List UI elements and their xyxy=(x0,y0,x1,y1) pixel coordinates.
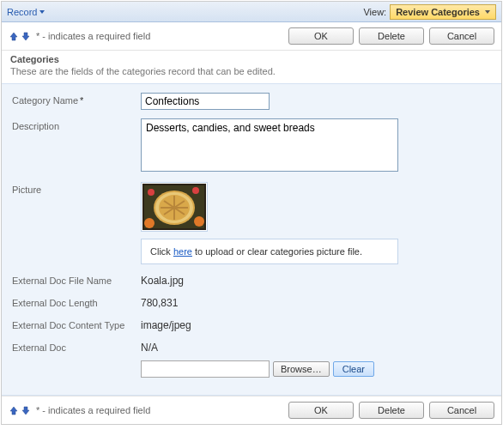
svg-point-8 xyxy=(148,189,155,196)
section-title: Categories xyxy=(10,54,493,64)
arrow-up-icon[interactable] xyxy=(9,31,19,41)
cancel-button[interactable]: Cancel xyxy=(429,27,494,45)
view-selector-value: Review Categories xyxy=(396,7,480,17)
ext-length-label: External Doc Length xyxy=(12,295,141,308)
svg-point-6 xyxy=(194,216,204,227)
record-menu-label: Record xyxy=(7,7,37,17)
action-bar-top: * - indicates a required field OK Delete… xyxy=(2,22,501,51)
view-selector[interactable]: Review Categories xyxy=(390,4,496,20)
ok-button[interactable]: OK xyxy=(288,27,354,45)
description-label: Description xyxy=(12,118,141,131)
clear-button[interactable]: Clear xyxy=(333,361,374,377)
required-note: * - indicates a required field xyxy=(36,405,150,415)
ok-button[interactable]: OK xyxy=(288,402,354,419)
description-textarea[interactable]: Desserts, candies, and sweet breads xyxy=(141,118,398,172)
form-area: Category Name* Description Desserts, can… xyxy=(2,83,501,396)
ext-content-type-label: External Doc Content Type xyxy=(12,318,141,330)
caret-down-icon xyxy=(485,10,490,14)
svg-point-7 xyxy=(192,187,199,194)
browse-button[interactable]: Browse… xyxy=(273,361,330,377)
top-toolbar: Record View: Review Categories xyxy=(2,2,501,22)
upload-here-link[interactable]: here xyxy=(173,246,192,257)
view-label: View: xyxy=(363,7,386,17)
section-header: Categories These are the fields of the c… xyxy=(2,51,501,78)
ext-doc-value: N/A xyxy=(141,340,491,354)
picture-label: Picture xyxy=(12,182,141,195)
ext-content-type-value: image/jpeg xyxy=(141,318,491,331)
cancel-button[interactable]: Cancel xyxy=(429,402,494,419)
ext-doc-label: External Doc xyxy=(12,340,141,353)
category-name-input[interactable] xyxy=(141,93,270,110)
category-name-label: Category Name* xyxy=(12,93,141,106)
delete-button[interactable]: Delete xyxy=(359,27,424,45)
picture-thumbnail[interactable] xyxy=(141,182,208,232)
action-bar-bottom: * - indicates a required field OK Delete… xyxy=(2,396,501,424)
arrow-down-icon[interactable] xyxy=(21,405,31,415)
delete-button[interactable]: Delete xyxy=(359,402,424,419)
arrow-up-icon[interactable] xyxy=(9,405,19,415)
caret-down-icon xyxy=(39,10,45,14)
file-path-input[interactable] xyxy=(141,360,270,378)
section-description: These are the fields of the categories r… xyxy=(10,66,493,76)
required-note: * - indicates a required field xyxy=(36,31,150,41)
ext-length-value: 780,831 xyxy=(141,295,491,309)
ext-file-name-value: Koala.jpg xyxy=(141,273,491,287)
record-menu[interactable]: Record xyxy=(7,7,45,17)
ext-file-name-label: External Doc File Name xyxy=(12,273,141,286)
arrow-down-icon[interactable] xyxy=(21,31,31,41)
upload-instruction: Click here to upload or clear categories… xyxy=(141,239,398,264)
svg-point-5 xyxy=(144,218,155,228)
